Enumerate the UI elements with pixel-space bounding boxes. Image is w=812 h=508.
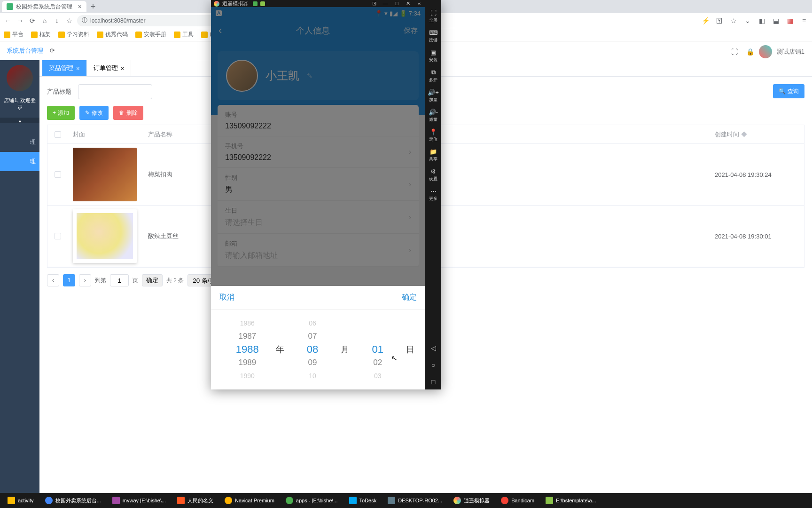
app-icon[interactable] bbox=[260, 1, 265, 6]
emu-share[interactable]: 📁共享 bbox=[425, 146, 441, 164]
flash-icon[interactable]: ⚡ bbox=[701, 16, 710, 25]
task-item[interactable]: activity bbox=[3, 494, 39, 507]
emu-gps[interactable]: 📍定位 bbox=[425, 127, 441, 144]
product-title-input[interactable] bbox=[78, 84, 152, 99]
forward-icon[interactable]: → bbox=[16, 16, 24, 25]
ide-icon bbox=[112, 497, 120, 504]
android-home-icon[interactable]: ○ bbox=[431, 357, 435, 373]
tab-dishes[interactable]: 菜品管理× bbox=[42, 60, 87, 76]
app-icon[interactable] bbox=[253, 1, 258, 6]
emu-more[interactable]: ⋯更多 bbox=[425, 186, 441, 204]
task-item[interactable]: 人民的名义 bbox=[172, 494, 218, 507]
tab-orders[interactable]: 订单管理× bbox=[87, 60, 132, 76]
key-icon[interactable]: ⚿ bbox=[715, 16, 724, 25]
download-icon[interactable]: ↓ bbox=[53, 16, 61, 25]
task-item[interactable]: myway [E:\bishe\... bbox=[108, 494, 171, 507]
app-reload-icon[interactable]: ⟳ bbox=[50, 47, 55, 54]
col-time: 创建时间 ◆ bbox=[710, 127, 804, 143]
multi-icon: ⧉ bbox=[431, 69, 436, 76]
bookmark-item[interactable]: 工具 bbox=[174, 31, 194, 39]
apk-icon: ▣ bbox=[430, 49, 436, 56]
url-text: localhost:8080/master bbox=[90, 17, 145, 24]
tab-close-icon[interactable]: × bbox=[78, 3, 82, 10]
minimize-icon[interactable]: — bbox=[382, 0, 389, 7]
next-page-button[interactable]: › bbox=[79, 274, 91, 286]
bookmark-item[interactable]: 学习资料 bbox=[58, 31, 89, 39]
emulator-titlebar[interactable]: 逍遥模拟器 ⊡ — □ ✕ « bbox=[211, 0, 425, 7]
back-icon[interactable]: ← bbox=[4, 16, 12, 25]
pdf-icon[interactable]: ▦ bbox=[786, 16, 794, 25]
url-bar[interactable]: ⓘ localhost:8080/master bbox=[77, 15, 218, 26]
day-wheel[interactable]: 01 02 03 bbox=[351, 314, 405, 385]
select-all-checkbox[interactable] bbox=[55, 131, 61, 138]
ext2-icon[interactable]: ⬓ bbox=[772, 16, 780, 25]
bookmark-item[interactable]: 优秀代码 bbox=[97, 31, 128, 39]
chevron-down-icon[interactable]: ⌄ bbox=[743, 16, 752, 25]
sidebar-item[interactable]: 理 bbox=[0, 133, 39, 152]
android-recent-icon[interactable]: □ bbox=[431, 374, 435, 389]
volume-up-icon: 🔊+ bbox=[428, 89, 439, 96]
emu-multi[interactable]: ⧉多开 bbox=[425, 67, 441, 85]
filter-label: 产品标题 bbox=[47, 87, 71, 96]
emu-voldown[interactable]: 🔊-减量 bbox=[425, 107, 441, 125]
keyboard-icon: ⌨ bbox=[429, 29, 438, 36]
query-button[interactable]: 🔍 查询 bbox=[773, 84, 804, 98]
menu-icon[interactable]: ≡ bbox=[800, 16, 808, 25]
row-checkbox[interactable] bbox=[55, 171, 61, 178]
close-icon[interactable]: × bbox=[76, 65, 80, 72]
task-item[interactable]: 逍遥模拟器 bbox=[449, 494, 494, 507]
delete-button[interactable]: 🗑 删除 bbox=[113, 106, 143, 120]
lock-icon[interactable]: 🔒 bbox=[746, 48, 754, 56]
new-tab-button[interactable]: + bbox=[86, 2, 100, 12]
more-icon: ⋯ bbox=[430, 188, 437, 195]
sidebar-item[interactable]: 理 bbox=[0, 152, 39, 171]
row-checkbox[interactable] bbox=[55, 233, 61, 239]
bookmark-item[interactable]: 框架 bbox=[31, 31, 51, 39]
fullscreen-icon[interactable]: ⛶ bbox=[731, 48, 738, 56]
goto-confirm-button[interactable]: 确定 bbox=[142, 274, 163, 286]
add-button[interactable]: + 添加 bbox=[47, 106, 75, 120]
page-number[interactable]: 1 bbox=[63, 274, 75, 286]
ext1-icon[interactable]: ◧ bbox=[757, 16, 766, 25]
bookmark-icon[interactable]: ☆ bbox=[729, 16, 738, 25]
star-icon[interactable]: ☆ bbox=[65, 16, 73, 25]
bookmark-item[interactable]: 平台 bbox=[4, 31, 23, 39]
task-item[interactable]: DESKTOP-RO02... bbox=[383, 494, 447, 507]
emu-fullscreen[interactable]: ⛶全屏 bbox=[425, 8, 441, 25]
sidebar-toggle[interactable]: ▴ bbox=[0, 118, 39, 123]
sidebar: 店铺1, 欢迎登录 ▴ 理 理 bbox=[0, 60, 39, 508]
reload-icon[interactable]: ⟳ bbox=[28, 16, 37, 25]
video-icon bbox=[177, 497, 185, 504]
bookmark-item[interactable]: 安装手册 bbox=[135, 31, 166, 39]
collapse-icon[interactable]: « bbox=[416, 0, 422, 7]
avatar[interactable] bbox=[759, 45, 772, 58]
maximize-icon[interactable]: □ bbox=[393, 0, 400, 7]
emu-volup[interactable]: 🔊+加量 bbox=[425, 87, 441, 105]
edit-button[interactable]: ✎ 修改 bbox=[79, 106, 109, 120]
product-image bbox=[73, 148, 137, 201]
emu-settings[interactable]: ⚙设置 bbox=[425, 166, 441, 184]
close-icon[interactable]: ✕ bbox=[405, 0, 411, 7]
home-icon[interactable]: ⌂ bbox=[40, 16, 49, 25]
close-icon[interactable]: × bbox=[121, 65, 125, 72]
product-time: 2021-04-08 19:30:24 bbox=[710, 167, 804, 182]
browser-tab[interactable]: 校园外卖系统后台管理 × bbox=[2, 1, 86, 12]
task-item[interactable]: Navicat Premium bbox=[220, 494, 279, 507]
prev-page-button[interactable]: ‹ bbox=[47, 274, 59, 286]
task-item[interactable]: ToDesk bbox=[344, 494, 382, 507]
task-item[interactable]: 校园外卖系统后台... bbox=[40, 494, 106, 507]
android-back-icon[interactable]: ◁ bbox=[431, 341, 436, 356]
emu-install[interactable]: ▣安装 bbox=[425, 47, 441, 65]
picker-confirm-button[interactable]: 确定 bbox=[402, 293, 417, 302]
task-item[interactable]: apps - [E:\bishe\... bbox=[281, 494, 343, 507]
year-wheel[interactable]: 1986 1987 1988 1989 1990 bbox=[220, 314, 274, 385]
picker-cancel-button[interactable]: 取消 bbox=[219, 293, 234, 302]
goto-page-input[interactable] bbox=[110, 274, 129, 286]
window-center-icon[interactable]: ⊡ bbox=[371, 0, 377, 7]
sort-icon[interactable]: ◆ bbox=[741, 131, 747, 138]
task-item[interactable]: E:\bstemplate\a... bbox=[541, 494, 601, 507]
user-area: ⛶ 🔒 测试店铺1 bbox=[731, 45, 804, 58]
emu-keymap[interactable]: ⌨按键 bbox=[425, 27, 441, 45]
task-item[interactable]: Bandicam bbox=[496, 494, 539, 507]
month-wheel[interactable]: 06 07 08 09 10 bbox=[286, 314, 340, 385]
